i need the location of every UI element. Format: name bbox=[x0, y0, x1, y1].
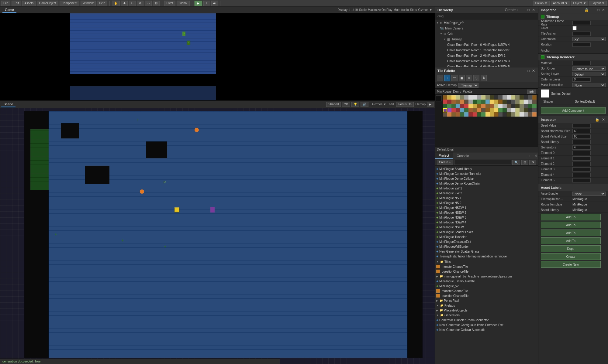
tile-cell[interactable] bbox=[520, 100, 524, 104]
tile-cell[interactable] bbox=[460, 108, 464, 112]
proj-item-tunneler[interactable]: ◈ MiniRogue Tunneler bbox=[435, 234, 538, 239]
tile-cell[interactable] bbox=[477, 112, 481, 117]
mask-select[interactable]: None bbox=[572, 83, 606, 87]
tile-cell[interactable] bbox=[528, 112, 532, 117]
tile-cell[interactable] bbox=[498, 104, 503, 108]
toolbar-btn-edit[interactable]: Edit bbox=[12, 1, 21, 6]
tile-cell[interactable] bbox=[464, 95, 468, 100]
scene-lighting-btn[interactable]: 💡 bbox=[351, 102, 359, 107]
layers-btn[interactable]: Layers ▼ bbox=[571, 1, 589, 6]
tile-cell[interactable] bbox=[481, 104, 485, 108]
proj-item-miniRogue-v2[interactable]: ◈ MiniRogue_v2 bbox=[435, 284, 538, 288]
add-to-btn-2[interactable]: Add To bbox=[541, 222, 601, 228]
tree-item-room0[interactable]: Chain RoomPath Room 0 MiniRogue NSEW 4 bbox=[435, 42, 538, 47]
collab-btn[interactable]: Collab ▼ bbox=[533, 1, 550, 6]
board-v-input[interactable] bbox=[572, 134, 591, 139]
element2-input[interactable] bbox=[572, 162, 591, 166]
scene-canvas[interactable]: ↑ P ♣ ♣ bbox=[0, 108, 435, 364]
tile-cell[interactable] bbox=[456, 104, 460, 108]
scene-shaded-btn[interactable]: Shaded bbox=[326, 102, 341, 107]
tree-item-room1[interactable]: Chain RoomPath Room 1 Connector Tunneler bbox=[435, 47, 538, 53]
project-minimize-btn[interactable]: — bbox=[523, 154, 528, 158]
tile-cell[interactable] bbox=[464, 108, 468, 112]
hierarchy-search[interactable] bbox=[435, 13, 538, 19]
tile-cell[interactable] bbox=[532, 95, 537, 100]
create-btn[interactable]: Create bbox=[541, 253, 601, 260]
tile-cell[interactable] bbox=[503, 95, 507, 100]
tile-cell[interactable] bbox=[481, 112, 485, 117]
tile-cell[interactable] bbox=[473, 95, 477, 100]
element4-input[interactable] bbox=[572, 173, 591, 177]
toolbar-btn-help[interactable]: Help bbox=[97, 1, 108, 6]
project-maximize-btn[interactable]: □ bbox=[529, 154, 533, 158]
tile-cell[interactable] bbox=[524, 108, 528, 112]
add-to-btn-1[interactable]: Add To bbox=[541, 214, 601, 220]
tile-cell[interactable] bbox=[451, 95, 456, 100]
tile-cell[interactable] bbox=[464, 104, 468, 108]
tile-cell[interactable] bbox=[443, 104, 447, 108]
tile-cell[interactable] bbox=[473, 108, 477, 112]
element0-input[interactable] bbox=[572, 151, 591, 155]
toolbar-btn-assets[interactable]: Assets bbox=[22, 1, 36, 6]
tile-cell[interactable] bbox=[468, 104, 473, 108]
palette-tool-brush[interactable]: ✏ bbox=[451, 75, 458, 81]
tile-cell[interactable] bbox=[460, 95, 464, 100]
seed-input[interactable] bbox=[572, 124, 591, 128]
sort-order-select[interactable]: Bottom to Top Top to Bottom bbox=[572, 66, 606, 71]
board-library-input[interactable] bbox=[572, 140, 591, 144]
scene-2d-btn[interactable]: 2D bbox=[342, 102, 350, 107]
tile-cell[interactable] bbox=[485, 108, 490, 112]
inspector2-lock-btn[interactable]: 🔒 bbox=[594, 117, 600, 122]
tile-cell[interactable] bbox=[485, 100, 490, 104]
tile-cell[interactable] bbox=[481, 95, 485, 100]
proj-item-nsew1[interactable]: ◈ MiniRogue NSEW 1 bbox=[435, 205, 538, 210]
proj-item-entrance[interactable]: ◈ MiniRogueEntranceExit bbox=[435, 239, 538, 244]
proj-item-gen-tunneler[interactable]: ◈ Generator Tunneler RoomConnector bbox=[435, 318, 538, 322]
tile-cell[interactable] bbox=[515, 104, 520, 108]
tile-cell[interactable] bbox=[477, 100, 481, 104]
tile-cell[interactable] bbox=[485, 95, 490, 100]
tile-cell[interactable] bbox=[503, 108, 507, 112]
focus-btn[interactable]: Focus On bbox=[396, 102, 413, 107]
tile-cell[interactable] bbox=[515, 108, 520, 112]
tree-item-room4[interactable]: Chain RoomPath Room 4 MiniRogue NSEW 5 bbox=[435, 64, 538, 67]
color-swatch[interactable] bbox=[572, 26, 577, 30]
palette-tool-plus[interactable]: + bbox=[444, 75, 450, 81]
material-input[interactable] bbox=[572, 61, 591, 65]
tile-cell[interactable] bbox=[477, 104, 481, 108]
project-search-btn[interactable]: 🔍 bbox=[512, 160, 520, 165]
proj-item-monster-tile[interactable]: monsterChanceTile bbox=[435, 264, 538, 269]
tile-selected[interactable] bbox=[443, 108, 447, 112]
tile-cell[interactable] bbox=[532, 108, 537, 112]
order-layer-input[interactable] bbox=[572, 77, 591, 82]
tile-cell[interactable] bbox=[520, 112, 524, 117]
tab-console[interactable]: Console bbox=[453, 152, 473, 159]
tile-cell[interactable] bbox=[498, 112, 503, 117]
tile-cell[interactable] bbox=[503, 100, 507, 104]
tile-cell[interactable] bbox=[447, 95, 451, 100]
tile-cell[interactable] bbox=[443, 112, 447, 117]
tile-cell[interactable] bbox=[532, 104, 537, 108]
tile-cell[interactable] bbox=[503, 104, 507, 108]
element5-input[interactable] bbox=[572, 178, 591, 182]
proj-item-demoPalette[interactable]: ◈ MiniRogue_Demo_Palette bbox=[435, 279, 538, 284]
tile-anchor-input[interactable] bbox=[572, 32, 591, 36]
tile-cell[interactable] bbox=[456, 108, 460, 112]
hierarchy-minimize-btn[interactable]: — bbox=[521, 8, 526, 12]
inspector-maximize-btn[interactable]: □ bbox=[597, 8, 600, 12]
palette-edit-btn[interactable]: Edit bbox=[527, 90, 536, 94]
tile-cell[interactable] bbox=[494, 108, 498, 112]
proj-item-question2[interactable]: questionChanceTile bbox=[435, 293, 538, 298]
palette-close-btn[interactable]: ✕ bbox=[531, 69, 536, 73]
tree-item-grid[interactable]: ▼ ⊞ Grid bbox=[435, 31, 538, 36]
tile-cell[interactable] bbox=[503, 112, 507, 117]
tile-cell[interactable] bbox=[468, 108, 473, 112]
project-close-btn[interactable]: ✕ bbox=[534, 154, 538, 158]
proj-item-newgen[interactable]: ◈ New Generator Scatter Grass bbox=[435, 249, 538, 254]
tile-cell[interactable] bbox=[485, 104, 490, 108]
tool-rect[interactable]: ▭ bbox=[145, 1, 152, 6]
tree-item-room3[interactable]: Chain RoomPath Room 3 MiniRogue NSEW 3 bbox=[435, 58, 538, 64]
renderer-section-header[interactable]: Tilemap Renderer bbox=[538, 54, 608, 60]
rotation-input[interactable] bbox=[572, 43, 591, 47]
layout-btn[interactable]: Layout ▼ bbox=[589, 1, 607, 6]
